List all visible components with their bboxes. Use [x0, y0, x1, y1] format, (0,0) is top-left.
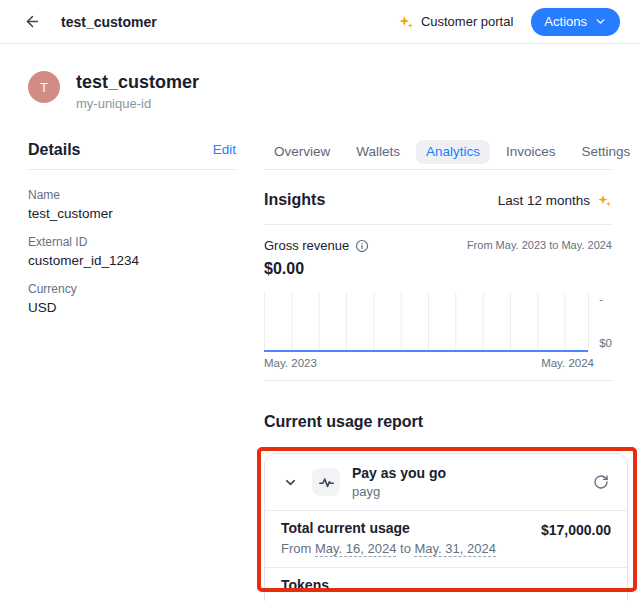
chevron-down-icon — [594, 15, 607, 28]
total-usage-label: Total current usage — [281, 520, 496, 537]
y-tick-top: - — [599, 293, 612, 305]
info-icon[interactable] — [355, 239, 369, 253]
top-bar: test_customer Customer portal Actions — [0, 0, 640, 44]
total-usage-period: From May. 16, 2024 to May. 31, 2024 — [281, 541, 496, 557]
field-value: customer_id_1234 — [28, 253, 236, 268]
y-tick-bottom: $0 — [599, 337, 612, 349]
insights-title: Insights — [264, 190, 325, 210]
tab-analytics[interactable]: Analytics — [416, 140, 490, 164]
chart-x-axis: May. 2023 May. 2024 — [264, 357, 594, 369]
avatar: T — [28, 71, 60, 103]
total-usage-row: Total current usage From May. 16, 2024 t… — [265, 511, 627, 567]
plan-header-row: Pay as you go payg — [265, 454, 627, 510]
tab-overview[interactable]: Overview — [264, 140, 340, 164]
gross-revenue-chart: - $0 — [264, 293, 612, 352]
period-to-word: to — [400, 541, 411, 556]
tab-invoices[interactable]: Invoices — [496, 140, 566, 164]
x-tick-end: May. 2024 — [541, 357, 594, 369]
details-title: Details — [28, 140, 80, 160]
period-selector-label: Last 12 months — [498, 193, 590, 208]
period-from-word: From — [281, 541, 311, 556]
chart-plot-area — [264, 293, 589, 352]
page-title: test_customer — [61, 14, 157, 30]
customer-portal-link[interactable]: Customer portal — [398, 14, 513, 30]
gross-revenue-date-range: From May. 2023 to May. 2024 — [467, 238, 612, 251]
period-selector[interactable]: Last 12 months — [498, 193, 612, 208]
field-value: test_customer — [28, 206, 236, 221]
plan-code: payg — [352, 484, 579, 499]
section-divider — [264, 380, 612, 381]
field-external-id: External ID customer_id_1234 — [28, 235, 236, 268]
pulse-icon — [312, 468, 340, 496]
actions-button-label: Actions — [544, 14, 587, 29]
usage-report-card: Pay as you go payg Total current usage F… — [264, 453, 628, 601]
main-panel: Overview Wallets Analytics Invoices Sett… — [264, 140, 612, 601]
field-label: Name — [28, 188, 236, 202]
customer-portal-label: Customer portal — [421, 14, 513, 29]
gross-revenue-section: Gross revenue From May. 2023 to May. 202… — [264, 225, 612, 381]
collapse-toggle-button[interactable] — [281, 473, 300, 492]
total-usage-amount: $17,000.00 — [541, 520, 611, 539]
tab-wallets[interactable]: Wallets — [346, 140, 410, 164]
usage-item-row: Tokens openai_tokens — [265, 568, 627, 601]
customer-name: test_customer — [76, 71, 199, 93]
period-date-to[interactable]: May. 31, 2024 — [414, 541, 495, 557]
customer-detail-page: { "top_bar": { "title": "test_customer",… — [0, 0, 640, 601]
edit-details-button[interactable]: Edit — [213, 140, 236, 160]
usage-report-title: Current usage report — [264, 412, 612, 431]
field-currency: Currency USD — [28, 282, 236, 315]
gross-revenue-label: Gross revenue — [264, 238, 349, 253]
chart-zero-line — [264, 350, 588, 352]
chart-y-axis: - $0 — [589, 293, 612, 352]
details-panel: Details Edit Name test_customer External… — [28, 140, 236, 601]
field-label: External ID — [28, 235, 236, 249]
tab-settings[interactable]: Settings — [572, 140, 640, 164]
sparkle-icon — [398, 14, 414, 30]
x-tick-start: May. 2023 — [264, 357, 317, 369]
insights-header: Insights Last 12 months — [264, 170, 612, 225]
customer-header: T test_customer my-unique-id — [28, 71, 612, 111]
refresh-button[interactable] — [591, 472, 611, 492]
customer-external-id: my-unique-id — [76, 96, 199, 111]
field-label: Currency — [28, 282, 236, 296]
chevron-down-icon — [283, 475, 298, 490]
field-value: USD — [28, 300, 236, 315]
gross-revenue-amount: $0.00 — [264, 259, 612, 279]
back-button[interactable] — [22, 11, 43, 32]
actions-button[interactable]: Actions — [531, 8, 620, 36]
arrow-left-icon — [24, 13, 41, 30]
field-name: Name test_customer — [28, 188, 236, 221]
plan-name: Pay as you go — [352, 465, 579, 481]
tab-bar: Overview Wallets Analytics Invoices Sett… — [264, 140, 612, 170]
period-date-from[interactable]: May. 16, 2024 — [315, 541, 396, 557]
sparkle-icon — [597, 193, 612, 208]
usage-item-name: Tokens — [281, 577, 611, 594]
refresh-icon — [593, 474, 609, 490]
